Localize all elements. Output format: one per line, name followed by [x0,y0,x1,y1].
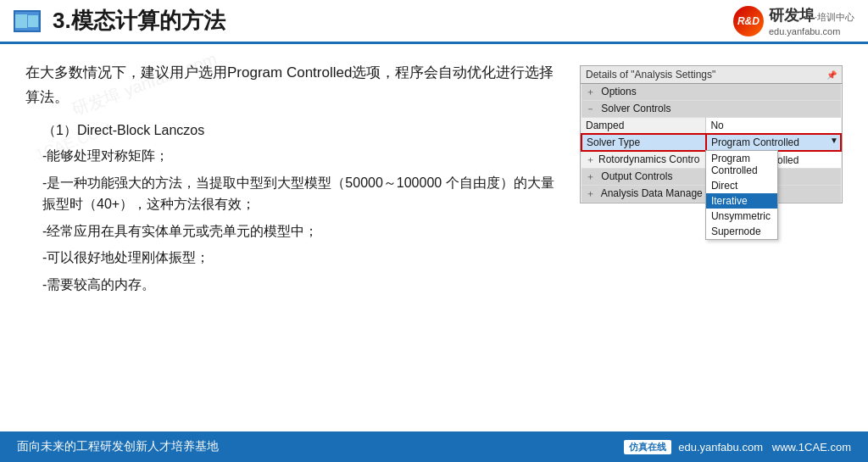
expand-icon: ＋ [586,86,595,97]
solver-type-current: Program Controlled [711,136,799,148]
page-title: 3.模态计算的方法 [53,6,225,36]
options-section: ＋ Options [581,84,841,101]
solver-type-row[interactable]: Solver Type Program Controlled ▼ Program… [581,134,841,151]
plus-icon-3: ＋ [586,188,595,198]
plus-icon-2: ＋ [586,171,595,181]
main-content: 研发埠 yanfabu.com 1CAE.COM 在大多数情况下，建议用户选用P… [0,44,868,431]
details-title: Details of "Analysis Settings" [586,69,715,81]
analysis-data-label: Analysis Data Manage [601,187,703,199]
brand-url: edu.yanfabu.com [769,26,854,36]
bullet-5: -需要较高的内存。 [42,274,563,296]
monitor-icon [14,10,41,32]
plus-icon: ＋ [586,154,595,164]
header: 3.模态计算的方法 R&D 研发埠 ·培训中心 edu.yanfabu.com [0,0,868,44]
bullet-4: -可以很好地处理刚体振型； [42,247,563,269]
text-area: 研发埠 yanfabu.com 1CAE.COM 在大多数情况下，建议用户选用P… [25,61,563,423]
options-label: Options [601,86,636,97]
details-titlebar: Details of "Analysis Settings" 📌 [581,66,842,84]
brand-name: 研发埠 [769,5,815,25]
dropdown-option-program[interactable]: Program Controlled [706,151,777,178]
item-title: （1）Direct-Block Lanczos [42,119,563,142]
intro-text: 在大多数情况下，建议用户选用Program Controlled选项，程序会自动… [25,61,563,110]
footer-url: edu.yanfabu.com www.1CAE.com [678,441,851,454]
dropdown-option-direct[interactable]: Direct [706,178,777,193]
solver-type-label: Solver Type [581,134,706,151]
solver-controls-label: Solver Controls [601,103,670,114]
bullet-3: -经常应用在具有实体单元或壳单元的模型中； [42,220,563,242]
company-logo: R&D 研发埠 ·培训中心 edu.yanfabu.com [733,5,854,36]
solver-type-dropdown[interactable]: Program Controlled Direct Iterative Unsy… [705,150,778,240]
footer-left-text: 面向未来的工程研发创新人才培养基地 [17,439,219,454]
solver-controls-section: － Solver Controls [581,101,841,118]
collapse-icon: － [586,103,595,114]
bullet-2: -是一种功能强大的方法，当提取中型到大型模型（50000～100000 个自由度… [42,172,563,215]
dropdown-option-unsymmetric[interactable]: Unsymmetric [706,209,777,224]
rotordynamics-label: ＋Rotordynamics Contro [581,151,706,169]
damped-row: Damped No [581,118,841,135]
footer: 面向未来的工程研发创新人才培养基地 仿真在线 edu.yanfabu.com w… [0,431,868,462]
logo-circle: R&D [733,6,764,36]
footer-badge: 仿真在线 [624,440,671,454]
list-section: （1）Direct-Block Lanczos -能够处理对称矩阵； -是一种功… [25,119,563,296]
details-table: ＋ Options － Solver Controls Damped No So… [581,84,842,203]
output-controls-label: Output Controls [601,170,672,182]
pin-icon: 📌 [826,70,837,80]
dropdown-option-iterative[interactable]: Iterative [706,193,777,209]
brand-tagline: ·培训中心 [815,11,854,24]
footer-right: 仿真在线 edu.yanfabu.com www.1CAE.com [624,440,851,454]
bullet-1: -能够处理对称矩阵； [42,145,563,167]
solver-type-value[interactable]: Program Controlled ▼ Program Controlled … [706,134,841,151]
details-panel: Details of "Analysis Settings" 📌 ＋ Optio… [580,65,843,203]
damped-label: Damped [581,118,706,135]
dropdown-arrow[interactable]: ▼ [830,136,838,145]
dropdown-option-supernode[interactable]: Supernode [706,224,777,239]
damped-value: No [706,118,841,135]
